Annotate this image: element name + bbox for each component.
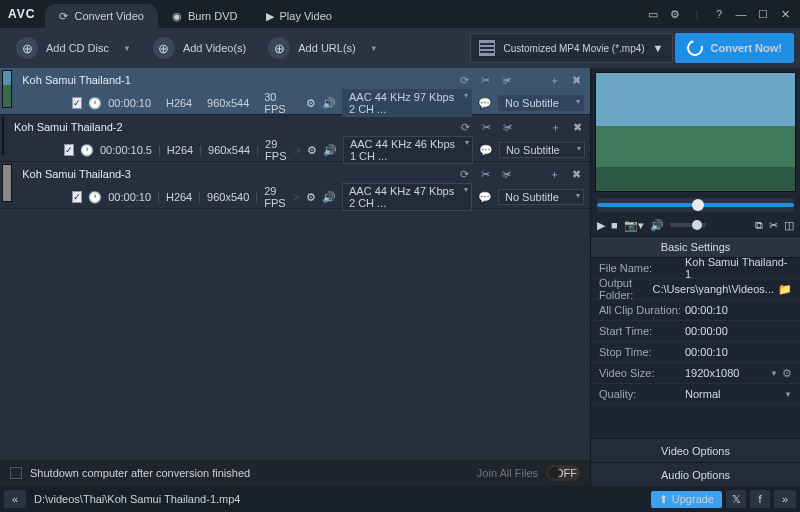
list-footer: Shutdown computer after conversion finis… [0, 460, 590, 486]
preview-seekbar[interactable] [597, 198, 794, 212]
add-cd-disc-button[interactable]: ⊕ Add CD Disc ▼ [6, 33, 141, 63]
add-icon[interactable]: ＋ [547, 120, 564, 135]
subtitle-select[interactable]: No Subtitle [498, 189, 584, 205]
tab-convert-video[interactable]: ⟳ Convert Video [45, 4, 158, 28]
chevron-down-icon[interactable]: ▼ [770, 369, 778, 378]
audio-select[interactable]: AAC 44 KHz 47 Kbps 2 CH ... [342, 183, 472, 211]
clock-icon: 🕐 [88, 191, 102, 204]
vcodec: H264 [166, 191, 192, 203]
volume-slider[interactable] [670, 223, 707, 227]
video-preview [595, 72, 796, 192]
setting-quality: Quality:Normal▼ [591, 384, 800, 405]
effects-icon[interactable]: ✂̷ [500, 121, 515, 134]
divider: | [690, 8, 704, 20]
add-urls-button[interactable]: ⊕ Add URL(s) ▼ [258, 33, 387, 63]
duration: 00:00:10 [108, 97, 151, 109]
tab-burn-dvd[interactable]: ◉ Burn DVD [158, 4, 252, 28]
film-icon [479, 40, 495, 56]
crop-icon[interactable]: ◫ [784, 219, 794, 232]
checkbox[interactable]: ✓ [72, 191, 82, 203]
stop-icon[interactable]: ■ [611, 219, 618, 231]
cut-icon[interactable]: ✂ [769, 219, 778, 232]
setting-output-folder: Output Folder:C:\Users\yangh\Videos...📁 [591, 279, 800, 300]
help-icon[interactable]: ? [712, 8, 726, 20]
add-icon[interactable]: ＋ [546, 73, 563, 88]
list-item[interactable]: Koh Samui Thailand-1 ⟳ ✂ ✂̷ ＋ ✖ ✓ 🕐 00:0… [0, 68, 590, 115]
subtitle-select[interactable]: No Subtitle [499, 142, 585, 158]
next-button[interactable]: » [774, 490, 796, 508]
thumbnail [2, 70, 12, 108]
remove-icon[interactable]: ✖ [569, 168, 584, 181]
refresh-icon[interactable]: ⟳ [457, 74, 472, 87]
chevron-down-icon[interactable]: ▼ [123, 44, 131, 53]
add-videos-button[interactable]: ⊕ Add Video(s) [143, 33, 256, 63]
subtitle-icon: 💬 [479, 144, 493, 157]
join-toggle[interactable]: OFF [546, 465, 580, 481]
convert-now-button[interactable]: Convert Now! [675, 33, 795, 63]
audio-select[interactable]: AAC 44 KHz 46 Kbps 1 CH ... [343, 136, 473, 164]
disc-plus-icon: ⊕ [16, 37, 38, 59]
film-plus-icon: ⊕ [153, 37, 175, 59]
refresh-icon[interactable]: ⟳ [458, 121, 473, 134]
maximize-icon[interactable]: ☐ [756, 8, 770, 21]
audio-options-header[interactable]: Audio Options [591, 462, 800, 486]
volume-icon[interactable]: 🔊 [650, 219, 664, 232]
cut-icon[interactable]: ✂ [478, 168, 493, 181]
duration: 00:00:10 [108, 191, 151, 203]
audio-icon: ⚙ [307, 144, 317, 157]
cut-icon[interactable]: ✂ [479, 121, 494, 134]
refresh-icon[interactable]: ⟳ [457, 168, 472, 181]
fps: 29 FPS [265, 138, 288, 162]
chevron-down-icon[interactable]: ▼ [370, 44, 378, 53]
tab-label: Play Video [280, 10, 332, 22]
speaker-icon: 🔊 [322, 97, 336, 110]
chevron-down-icon[interactable]: ▼ [784, 390, 792, 399]
tab-play-video[interactable]: ▶ Play Video [252, 4, 346, 28]
main-tabs: ⟳ Convert Video ◉ Burn DVD ▶ Play Video [45, 0, 345, 28]
list-item[interactable]: Koh Samui Thailand-2 ⟳ ✂ ✂̷ ＋ ✖ ✓ 🕐 00:0… [0, 115, 590, 162]
facebook-icon[interactable]: f [750, 490, 770, 508]
list-item[interactable]: Koh Samui Thailand-3 ⟳ ✂ ✂̷ ＋ ✖ ✓ 🕐 00:0… [0, 162, 590, 209]
duration: 00:00:10.5 [100, 144, 152, 156]
join-label: Join All Files [477, 467, 538, 479]
remove-icon[interactable]: ✖ [570, 121, 585, 134]
app-logo: AVC [8, 7, 35, 21]
minimize-icon[interactable]: — [734, 8, 748, 20]
effects-icon[interactable]: ✂̷ [499, 168, 514, 181]
checkbox[interactable]: ✓ [72, 97, 82, 109]
play-icon[interactable]: ▶ [597, 219, 605, 232]
fps: 30 FPS [264, 91, 287, 115]
remove-icon[interactable]: ✖ [569, 74, 584, 87]
statusbar: « D:\videos\Thai\Koh Samui Thailand-1.mp… [0, 486, 800, 512]
disc-icon: ◉ [172, 10, 182, 23]
snapshot-icon[interactable]: 📷▾ [624, 219, 644, 232]
gear-icon[interactable]: ⚙ [782, 367, 792, 380]
upgrade-button[interactable]: ⬆Upgrade [651, 491, 722, 508]
twitter-icon[interactable]: 𝕏 [726, 490, 746, 508]
basic-settings-header: Basic Settings [591, 236, 800, 258]
settings-icon[interactable]: ⚙ [668, 8, 682, 21]
close-icon[interactable]: ✕ [778, 8, 792, 21]
folder-icon[interactable]: 📁 [778, 283, 792, 296]
checkbox[interactable]: ✓ [64, 144, 74, 156]
cut-icon[interactable]: ✂ [478, 74, 493, 87]
menu-icon[interactable]: ▭ [646, 8, 660, 21]
subtitle-select[interactable]: No Subtitle [498, 95, 584, 111]
output-profile-select[interactable]: Customized MP4 Movie (*.mp4) ▼ [470, 33, 672, 63]
resolution: 960x540 [207, 191, 249, 203]
setting-start-time: Start Time:00:00:00 [591, 321, 800, 342]
speaker-icon: 🔊 [323, 144, 337, 157]
clip-icon[interactable]: ⧉ [755, 219, 763, 232]
checkbox-empty[interactable] [10, 467, 22, 479]
globe-plus-icon: ⊕ [268, 37, 290, 59]
effects-icon[interactable]: ✂̷ [499, 74, 514, 87]
setting-video-size: Video Size:1920x1080▼⚙ [591, 363, 800, 384]
thumbnail [2, 117, 4, 155]
prev-button[interactable]: « [4, 490, 26, 508]
play-icon: ▶ [266, 10, 274, 23]
audio-select[interactable]: AAC 44 KHz 97 Kbps 2 CH ... [342, 89, 472, 117]
subtitle-icon: 💬 [478, 191, 492, 204]
add-icon[interactable]: ＋ [546, 167, 563, 182]
video-options-header[interactable]: Video Options [591, 438, 800, 462]
audio-icon: ⚙ [306, 97, 316, 110]
